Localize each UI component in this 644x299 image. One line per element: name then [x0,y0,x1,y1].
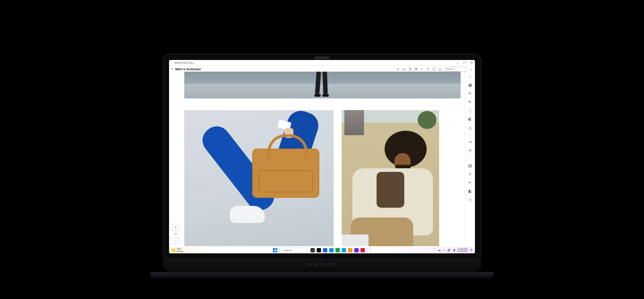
window-close-button[interactable]: ✕ [470,61,473,64]
fullscreen-icon[interactable]: ⤢ [396,67,399,71]
taskbar-weather-widget[interactable]: 78°F Sunny [169,248,183,252]
pinned-app-icon[interactable] [354,248,359,252]
page-options-icon[interactable]: ⎘ [409,67,411,71]
back-chevron-icon[interactable]: ‹ [169,67,175,71]
pinned-app-icon[interactable] [360,248,365,252]
wifi-icon[interactable]: ⌔ [443,249,445,252]
laptop-brand: SAMSUNG [305,262,339,267]
weather-sun-icon [172,248,175,252]
pinned-app-icon[interactable] [348,248,352,252]
pinned-app-icon[interactable] [317,248,321,252]
pinned-app-icon[interactable] [310,248,315,252]
notifications-icon[interactable]: ◔ [470,248,472,252]
search-icon[interactable]: ⌕ [470,67,472,71]
search-icon: ⌕ [281,249,283,252]
screen: ← Samsung Notes – ▢ ✕ ‹ Men's Suitcase ⤢… [169,60,475,253]
laptop: ← Samsung Notes – ▢ ✕ ‹ Men's Suitcase ⤢… [163,54,481,299]
taskbar-search-placeholder: Search [284,249,292,252]
reading-mode-icon[interactable]: ⟳ [415,67,418,71]
redo-icon[interactable]: ↷ [468,149,472,153]
taskbar-search-input[interactable]: ⌕ Search [279,248,307,253]
tool-rail: ‹ ▦ ✎ ✎ ◌ ◐ △ ↶ ↷ ▤ A ✂ ◧ ◇ [465,72,475,247]
pinned-app-icon[interactable] [367,248,371,252]
rail-collapse-icon[interactable]: ‹ [470,74,471,79]
taskbar-center: ⌕ Search [273,248,371,253]
window-maximize-button[interactable]: ▢ [463,61,466,64]
zoom-fit-label[interactable]: Fit [174,233,178,235]
image-tool-icon[interactable]: ▦ [468,83,472,87]
windows-taskbar: 78°F Sunny ⌕ Search ˄ ☁ [169,247,475,253]
app-name: Samsung Notes [174,61,194,64]
note-canvas-viewport[interactable]: + Fit − [169,72,465,247]
lasso-tool-icon[interactable]: ◐ [468,117,472,121]
taskbar-pinned-apps [310,248,371,252]
taskbar-tray: ˄ ☁ ⌔ 🔊 ▮ 11:53 AM 4/22/2024 ◔ [434,248,472,252]
volume-icon[interactable]: 🔊 [447,248,451,252]
tag-icon[interactable]: △ [439,67,441,71]
history-back-icon[interactable]: ← [169,61,174,64]
start-button[interactable] [273,248,277,252]
undo-icon[interactable]: ↶ [468,140,472,145]
search-input[interactable]: Search [445,67,467,72]
taskbar-clock[interactable]: 11:53 AM 4/22/2024 [458,248,467,252]
select-tool-icon[interactable]: △ [469,125,472,130]
inserted-image-top[interactable] [184,72,461,98]
tray-date: 4/22/2024 [458,250,467,252]
zoom-out-button[interactable]: − [172,237,179,244]
present-icon[interactable]: ▭ [402,67,406,71]
text-tool-icon[interactable]: A [469,172,471,176]
window-titlebar: ← Samsung Notes – ▢ ✕ [169,60,475,66]
rail-separator [467,158,473,158]
add-icon[interactable]: + [421,67,423,71]
battery-icon[interactable]: ▮ [453,248,455,252]
zoom-controls: + Fit − [172,224,180,244]
window-minimize-button[interactable]: – [457,61,458,64]
pinned-app-icon[interactable] [335,248,340,252]
zoom-in-button[interactable]: + [172,224,179,231]
inserted-image-right[interactable] [342,110,439,246]
clip-tool-icon[interactable]: ✂ [468,180,472,185]
highlighter-tool-icon[interactable]: ✎ [468,100,472,104]
pen-tool-icon[interactable]: ✎ [468,91,472,96]
laptop-base [150,272,494,278]
tray-overflow-icon[interactable]: ˄ [434,248,436,252]
pinned-app-icon[interactable] [323,248,327,252]
note-page [184,72,461,247]
webcam-notch [314,56,330,59]
product-shot: ← Samsung Notes – ▢ ✕ ‹ Men's Suitcase ⤢… [0,0,644,299]
onedrive-icon[interactable]: ☁ [438,248,441,252]
eraser-tool-icon[interactable]: ◌ [468,108,472,113]
rail-separator [467,135,473,135]
display-bezel: ← Samsung Notes – ▢ ✕ ‹ Men's Suitcase ⤢… [163,54,481,260]
inserted-image-left[interactable] [184,110,334,246]
weather-cond: Sunny [177,250,183,252]
save-icon[interactable]: ☐ [432,67,436,71]
layers-icon[interactable]: ▤ [468,163,472,168]
shape-tool-icon[interactable]: ◇ [469,197,472,202]
note-title: Men's Suitcase [175,67,201,71]
pinned-app-icon[interactable] [342,248,346,252]
color-tool-icon[interactable]: ◧ [468,189,472,193]
pinned-app-icon[interactable] [329,248,334,252]
share-icon[interactable]: ⇪ [426,67,429,71]
